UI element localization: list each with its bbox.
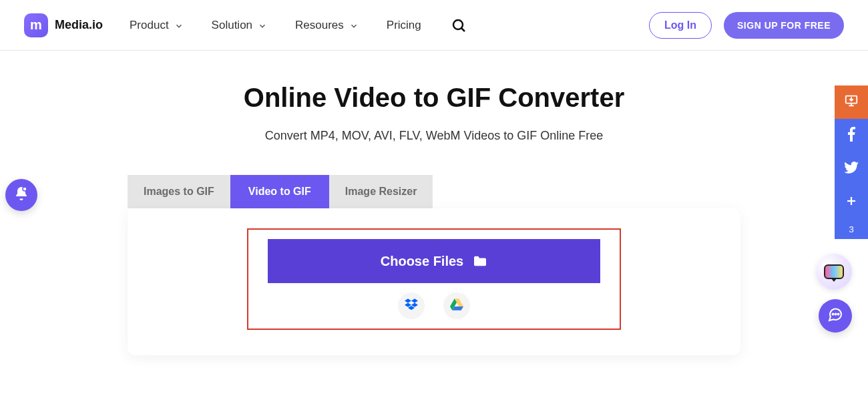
dropbox-icon bbox=[405, 298, 418, 313]
tab-video-to-gif[interactable]: Video to GIF bbox=[230, 175, 329, 208]
feedback-widget-button[interactable] bbox=[816, 254, 852, 290]
nav-label: Product bbox=[130, 19, 169, 32]
share-twitter-button[interactable] bbox=[835, 152, 868, 186]
upload-panel: Choose Files bbox=[128, 208, 740, 355]
feedback-icon bbox=[824, 264, 844, 279]
logo-letter: m bbox=[30, 17, 42, 33]
nav-label: Solution bbox=[212, 19, 252, 32]
chat-icon bbox=[827, 306, 843, 325]
share-facebook-button[interactable] bbox=[835, 119, 868, 152]
choose-files-button[interactable]: Choose Files bbox=[268, 239, 600, 283]
chevron-down-icon bbox=[349, 21, 357, 29]
page-title: Online Video to GIF Converter bbox=[0, 83, 868, 113]
signup-button[interactable]: SIGN UP FOR FREE bbox=[724, 12, 844, 39]
highlight-box: Choose Files bbox=[247, 228, 621, 330]
svg-point-0 bbox=[453, 20, 463, 29]
brand-name: Media.io bbox=[55, 18, 103, 32]
nav-resources[interactable]: Resoures bbox=[295, 19, 357, 32]
main: Online Video to GIF Converter Convert MP… bbox=[0, 51, 868, 355]
twitter-icon bbox=[844, 162, 859, 176]
nav-solution[interactable]: Solution bbox=[212, 19, 266, 32]
converter-card: Images to GIF Video to GIF Image Resizer… bbox=[128, 175, 740, 355]
share-more-button[interactable] bbox=[835, 186, 868, 219]
primary-nav: Product Solution Resoures Pricing bbox=[130, 19, 421, 32]
choose-files-label: Choose Files bbox=[381, 254, 463, 269]
auth-area: Log In SIGN UP FOR FREE bbox=[649, 12, 844, 39]
nav-label: Resoures bbox=[295, 19, 344, 32]
bell-icon bbox=[13, 186, 29, 204]
search-icon[interactable] bbox=[451, 17, 467, 33]
share-download-button[interactable] bbox=[835, 85, 868, 119]
page-subtitle: Convert MP4, MOV, AVI, FLV, WebM Videos … bbox=[0, 129, 868, 143]
notifications-button[interactable] bbox=[5, 179, 37, 211]
nav-product[interactable]: Product bbox=[130, 19, 182, 32]
svg-point-9 bbox=[833, 314, 834, 315]
nav-pricing[interactable]: Pricing bbox=[387, 19, 421, 32]
share-sidebar: 3 bbox=[835, 85, 868, 239]
nav-label: Pricing bbox=[387, 19, 421, 32]
header: m Media.io Product Solution Resoures Pri… bbox=[0, 0, 868, 51]
facebook-icon bbox=[847, 127, 855, 144]
tab-image-resizer[interactable]: Image Resizer bbox=[329, 175, 433, 208]
tabs: Images to GIF Video to GIF Image Resizer bbox=[128, 175, 740, 208]
svg-line-1 bbox=[461, 28, 465, 31]
dropbox-button[interactable] bbox=[398, 292, 425, 319]
download-icon bbox=[844, 93, 859, 111]
svg-point-11 bbox=[838, 314, 839, 315]
svg-point-2 bbox=[23, 187, 27, 191]
google-drive-icon bbox=[450, 298, 463, 313]
plus-icon bbox=[845, 195, 857, 210]
chevron-down-icon bbox=[174, 21, 182, 29]
chevron-down-icon bbox=[258, 21, 266, 29]
tab-images-to-gif[interactable]: Images to GIF bbox=[128, 175, 230, 208]
svg-point-10 bbox=[835, 314, 837, 315]
google-drive-button[interactable] bbox=[443, 292, 470, 319]
chat-button[interactable] bbox=[819, 299, 852, 333]
login-button[interactable]: Log In bbox=[649, 12, 712, 39]
cloud-options bbox=[398, 292, 470, 319]
folder-icon bbox=[473, 255, 487, 267]
logo-icon: m bbox=[24, 13, 48, 37]
logo[interactable]: m Media.io bbox=[24, 13, 103, 37]
share-count: 3 bbox=[835, 219, 868, 239]
